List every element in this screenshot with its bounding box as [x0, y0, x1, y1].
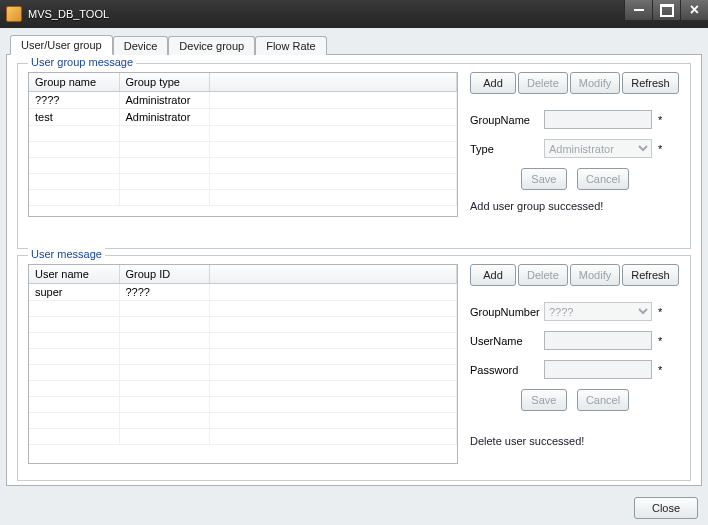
label-groupnumber: GroupNumber	[470, 306, 544, 318]
select-type[interactable]: Administrator	[544, 139, 652, 158]
tab-device[interactable]: Device	[113, 36, 169, 55]
user-message-legend: User message	[28, 248, 105, 260]
user-cancel-button[interactable]: Cancel	[577, 389, 629, 411]
input-groupname[interactable]	[544, 110, 652, 129]
group-cancel-button[interactable]: Cancel	[577, 168, 629, 190]
window-title: MVS_DB_TOOL	[28, 8, 624, 20]
user-group-table[interactable]: Group name Group type ???? Administrator…	[28, 72, 458, 217]
label-username: UserName	[470, 335, 544, 347]
user-group-message-legend: User group message	[28, 56, 136, 68]
required-asterisk: *	[658, 335, 662, 347]
col-group-id[interactable]: Group ID	[119, 265, 209, 284]
select-groupnumber[interactable]: ????	[544, 302, 652, 321]
user-message-box: User message User name Group ID super	[17, 255, 691, 481]
label-groupname: GroupName	[470, 114, 544, 126]
app-icon	[6, 6, 22, 22]
user-refresh-button[interactable]: Refresh	[622, 264, 679, 286]
table-row[interactable]: super ????	[29, 284, 457, 301]
input-password[interactable]	[544, 360, 652, 379]
user-delete-button[interactable]: Delete	[518, 264, 568, 286]
cell-group-type: Administrator	[119, 92, 209, 109]
maximize-button[interactable]	[652, 0, 680, 20]
client-area: User/User group Device Device group Flow…	[0, 28, 708, 525]
cell-group-id: ????	[119, 284, 209, 301]
tab-device-group[interactable]: Device group	[168, 36, 255, 55]
group-refresh-button[interactable]: Refresh	[622, 72, 679, 94]
group-delete-button[interactable]: Delete	[518, 72, 568, 94]
user-group-message-box: User group message Group name Group type…	[17, 63, 691, 249]
col-user-name[interactable]: User name	[29, 265, 119, 284]
required-asterisk: *	[658, 364, 662, 376]
close-button[interactable]: Close	[634, 497, 698, 519]
tab-flow-rate[interactable]: Flow Rate	[255, 36, 327, 55]
cell-group-name: test	[29, 109, 119, 126]
group-add-button[interactable]: Add	[470, 72, 516, 94]
user-status-text: Delete user successed!	[470, 435, 680, 447]
user-table[interactable]: User name Group ID super ????	[28, 264, 458, 464]
label-password: Password	[470, 364, 544, 376]
col-group-name[interactable]: Group name	[29, 73, 119, 92]
required-asterisk: *	[658, 143, 662, 155]
required-asterisk: *	[658, 306, 662, 318]
cell-user-name: super	[29, 284, 119, 301]
user-group-side-panel: Add Delete Modify Refresh GroupName * Ty…	[458, 72, 680, 217]
minimize-button[interactable]	[624, 0, 652, 20]
cell-group-name: ????	[29, 92, 119, 109]
group-modify-button[interactable]: Modify	[570, 72, 620, 94]
user-modify-button[interactable]: Modify	[570, 264, 620, 286]
user-save-button[interactable]: Save	[521, 389, 567, 411]
col-spacer	[209, 265, 457, 284]
close-window-button[interactable]	[680, 0, 708, 20]
cell-group-type: Administrator	[119, 109, 209, 126]
tab-strip: User/User group Device Device group Flow…	[6, 32, 702, 54]
window-titlebar: MVS_DB_TOOL	[0, 0, 708, 28]
group-save-button[interactable]: Save	[521, 168, 567, 190]
user-add-button[interactable]: Add	[470, 264, 516, 286]
window-buttons	[624, 0, 708, 28]
col-group-type[interactable]: Group type	[119, 73, 209, 92]
user-side-panel: Add Delete Modify Refresh GroupNumber ??…	[458, 264, 680, 464]
footer: Close	[634, 497, 698, 519]
label-type: Type	[470, 143, 544, 155]
table-row[interactable]: test Administrator	[29, 109, 457, 126]
table-row[interactable]: ???? Administrator	[29, 92, 457, 109]
required-asterisk: *	[658, 114, 662, 126]
input-username[interactable]	[544, 331, 652, 350]
tab-page: User group message Group name Group type…	[6, 54, 702, 486]
col-spacer	[209, 73, 457, 92]
tab-user-usergroup[interactable]: User/User group	[10, 35, 113, 55]
group-status-text: Add user group successed!	[470, 200, 680, 212]
